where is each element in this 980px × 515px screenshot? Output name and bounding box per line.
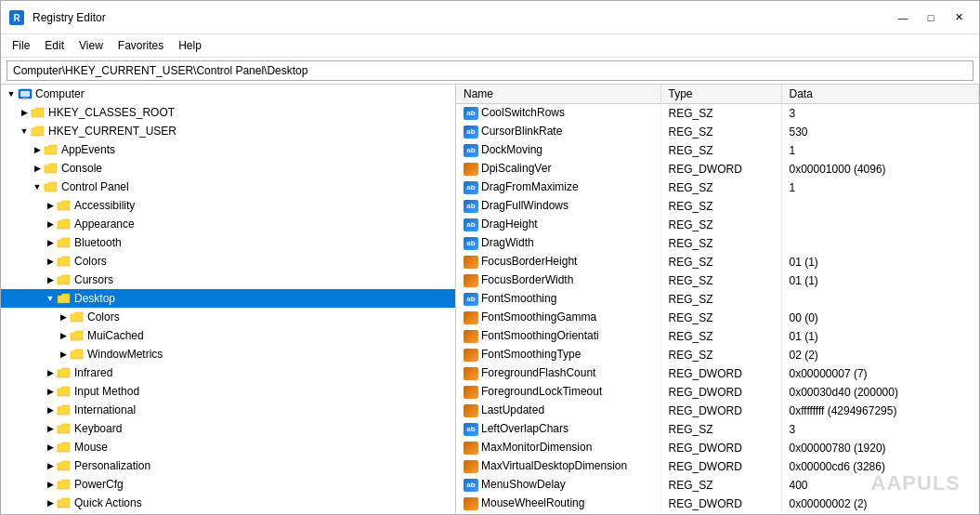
right-panel: Name Type Data abCoolSwitchRowsREG_SZ3ab… <box>456 85 979 514</box>
tree-item-cursors[interactable]: ▶ Cursors <box>1 271 455 289</box>
table-row[interactable]: FontSmoothingTypeREG_SZ02 (2) <box>456 346 979 364</box>
close-button[interactable]: ✕ <box>946 7 972 28</box>
table-cell-type: REG_SZ <box>660 216 781 234</box>
expand-international[interactable]: ▶ <box>44 403 57 416</box>
expand-hkcr[interactable]: ▶ <box>18 106 31 119</box>
tree-item-mouse[interactable]: ▶ Mouse <box>1 438 455 456</box>
tree-item-infrared[interactable]: ▶ Infrared <box>1 363 455 382</box>
table-cell-name: abDragFromMaximize <box>456 178 660 197</box>
tree-item-sound[interactable]: ▶ Sound <box>1 512 455 514</box>
tree-item-keyboard[interactable]: ▶ Keyboard <box>1 419 455 438</box>
expand-personalization[interactable]: ▶ <box>44 459 57 472</box>
tree-item-quickactions[interactable]: ▶ Quick Actions <box>1 494 455 512</box>
tree-item-computer[interactable]: ▼ Computer <box>1 85 455 103</box>
tree-item-colors[interactable]: ▶ Colors <box>1 252 455 271</box>
expand-mouse[interactable]: ▶ <box>44 441 57 454</box>
expand-controlpanel[interactable]: ▼ <box>31 180 44 193</box>
menu-file[interactable]: File <box>5 36 37 55</box>
table-row[interactable]: ForegroundLockTimeoutREG_DWORD0x00030d40… <box>456 383 979 402</box>
table-cell-data: 02 (2) <box>781 346 979 364</box>
tree-item-windowmetrics[interactable]: ▶ WindowMetrics <box>1 345 455 363</box>
table-row[interactable]: FocusBorderWidthREG_SZ01 (1) <box>456 271 979 290</box>
table-row[interactable]: abMenuShowDelayREG_SZ400 <box>456 476 979 495</box>
expand-keyboard[interactable]: ▶ <box>44 422 57 435</box>
address-input[interactable] <box>7 60 973 81</box>
expand-computer[interactable]: ▼ <box>5 87 18 100</box>
expand-console[interactable]: ▶ <box>31 162 44 175</box>
expand-desktop[interactable]: ▼ <box>44 292 57 305</box>
expand-infrared[interactable]: ▶ <box>44 366 57 379</box>
expand-powercfg[interactable]: ▶ <box>44 478 57 491</box>
tree-item-accessibility[interactable]: ▶ Accessibility <box>1 196 455 215</box>
table-row[interactable]: abFontSmoothingREG_SZ <box>456 290 979 309</box>
table-cell-type: REG_DWORD <box>660 160 781 178</box>
tree-item-inputmethod[interactable]: ▶ Input Method <box>1 382 455 401</box>
table-cell-name: ForegroundLockTimeout <box>456 383 660 402</box>
table-cell-data: 0x00001000 (4096) <box>781 160 979 178</box>
tree-item-international[interactable]: ▶ International <box>1 401 455 419</box>
table-row[interactable]: abCoolSwitchRowsREG_SZ3 <box>456 104 979 123</box>
expand-appearance[interactable]: ▶ <box>44 218 57 231</box>
tree-item-appevents[interactable]: ▶ AppEvents <box>1 140 455 159</box>
table-row[interactable]: abDragWidthREG_SZ <box>456 234 979 253</box>
expand-appevents[interactable]: ▶ <box>31 143 44 156</box>
tree-item-console[interactable]: ▶ Console <box>1 159 455 178</box>
table-row[interactable]: MouseWheelRoutingREG_DWORD0x00000002 (2) <box>456 495 979 513</box>
table-row[interactable]: abDragFromMaximizeREG_SZ1 <box>456 178 979 197</box>
tree-item-appearance[interactable]: ▶ Appearance <box>1 215 455 233</box>
table-row[interactable]: MaxMonitorDimensionREG_DWORD0x00000780 (… <box>456 439 979 457</box>
tree-item-desktop[interactable]: ▼ Desktop <box>1 289 455 308</box>
expand-inputmethod[interactable]: ▶ <box>44 385 57 398</box>
folder-icon-hkcr <box>31 105 46 120</box>
table-cell-type: REG_SZ <box>660 290 781 309</box>
tree-item-personalization[interactable]: ▶ Personalization <box>1 456 455 475</box>
col-header-name: Name <box>456 85 660 104</box>
folder-icon-infrared <box>57 365 72 380</box>
table-cell-name: abDragFullWindows <box>456 197 660 216</box>
expand-cursors[interactable]: ▶ <box>44 273 57 286</box>
folder-icon-windowmetrics <box>70 347 85 362</box>
folder-icon-powercfg <box>57 477 72 492</box>
tree-item-controlpanel[interactable]: ▼ Control Panel <box>1 178 455 196</box>
tree-label-desktop-colors: Colors <box>87 310 120 324</box>
menu-help[interactable]: Help <box>171 36 209 55</box>
table-row[interactable]: FontSmoothingGammaREG_SZ00 (0) <box>456 309 979 327</box>
expand-muicached[interactable]: ▶ <box>57 329 70 342</box>
tree-item-powercfg[interactable]: ▶ PowerCfg <box>1 475 455 494</box>
table-row[interactable]: abLeftOverlapCharsREG_SZ3 <box>456 420 979 439</box>
expand-hkcu[interactable]: ▼ <box>18 125 31 138</box>
table-row[interactable]: abDragHeightREG_SZ <box>456 216 979 234</box>
tree-label-personalization: Personalization <box>74 459 150 472</box>
menu-view[interactable]: View <box>72 36 111 55</box>
tree-item-hkcr[interactable]: ▶ HKEY_CLASSES_ROOT <box>1 103 455 122</box>
menu-favorites[interactable]: Favorites <box>111 36 171 55</box>
menu-edit[interactable]: Edit <box>37 36 72 55</box>
tree-item-bluetooth[interactable]: ▶ Bluetooth <box>1 233 455 252</box>
expand-windowmetrics[interactable]: ▶ <box>57 348 70 361</box>
table-row[interactable]: abDragFullWindowsREG_SZ <box>456 197 979 216</box>
expand-quickactions[interactable]: ▶ <box>44 496 57 509</box>
table-row[interactable]: DpiScalingVerREG_DWORD0x00001000 (4096) <box>456 160 979 178</box>
title-bar-left: R Registry Editor <box>8 9 106 26</box>
minimize-button[interactable]: — <box>890 7 916 28</box>
expand-accessibility[interactable]: ▶ <box>44 199 57 212</box>
table-row[interactable]: abCursorBlinkRateREG_SZ530 <box>456 123 979 141</box>
table-row[interactable]: FocusBorderHeightREG_SZ01 (1) <box>456 253 979 271</box>
table-row[interactable]: abDockMovingREG_SZ1 <box>456 141 979 160</box>
table-row[interactable]: MaxVirtualDesktopDimensionREG_DWORD0x000… <box>456 457 979 476</box>
title-bar: R Registry Editor — □ ✕ <box>1 1 979 34</box>
tree-item-hkcu[interactable]: ▼ HKEY_CURRENT_USER <box>1 122 455 140</box>
table-cell-data: 3 <box>781 420 979 439</box>
folder-icon-international <box>57 403 72 417</box>
expand-desktop-colors[interactable]: ▶ <box>57 310 70 324</box>
tree-item-muicached[interactable]: ▶ MuiCached <box>1 326 455 345</box>
table-row[interactable]: FontSmoothingOrientatiREG_SZ01 (1) <box>456 327 979 346</box>
expand-colors[interactable]: ▶ <box>44 255 57 268</box>
table-row[interactable]: ForegroundFlashCountREG_DWORD0x00000007 … <box>456 364 979 383</box>
expand-bluetooth[interactable]: ▶ <box>44 236 57 249</box>
table-row[interactable]: LastUpdatedREG_DWORD0xffffffff (42949672… <box>456 402 979 420</box>
table-cell-name: FontSmoothingOrientati <box>456 327 660 346</box>
maximize-button[interactable]: □ <box>918 7 944 28</box>
tree-label-international: International <box>74 403 136 416</box>
tree-item-desktop-colors[interactable]: ▶ Colors <box>1 308 455 326</box>
